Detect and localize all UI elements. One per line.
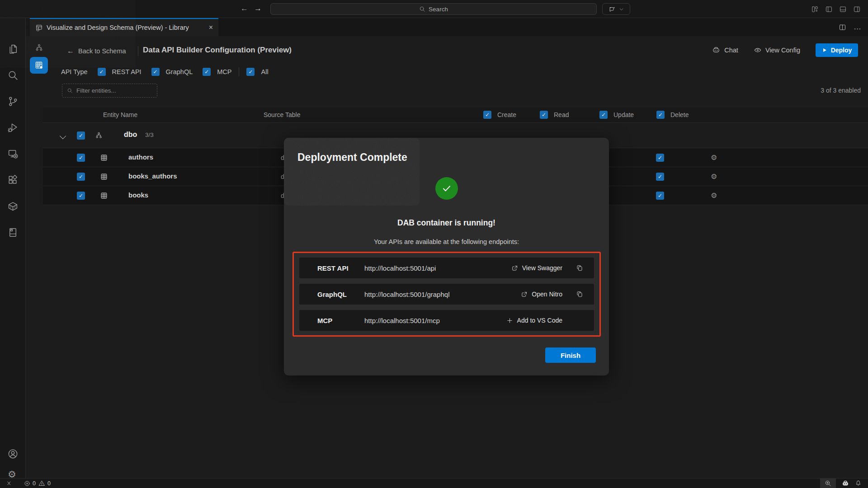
row-delete-checkbox[interactable] (656, 192, 664, 200)
nav-forward-icon[interactable]: → (254, 4, 262, 13)
filter-entities-input[interactable]: Filter entities... (62, 84, 157, 98)
entity-name-header: Entity Name (103, 111, 137, 118)
activity-bar: ⚙ (0, 18, 26, 478)
table-config-view-button[interactable] (30, 57, 48, 74)
copilot-status-icon[interactable] (841, 479, 849, 488)
nav-back-icon[interactable]: ← (241, 4, 248, 13)
remote-window-icon[interactable] (6, 480, 13, 487)
error-icon (24, 480, 30, 487)
copilot-chat-button[interactable] (602, 3, 630, 15)
notifications-bell-icon[interactable] (855, 480, 862, 487)
source-table-header: Source Table (264, 111, 300, 118)
source-control-icon[interactable] (7, 96, 19, 107)
chat-button[interactable]: Chat (712, 46, 738, 55)
problems-warnings[interactable]: 0 (38, 480, 51, 487)
entity-name: books_authors (128, 172, 177, 180)
success-check-icon (435, 177, 458, 200)
endpoint-row-graphql: GraphQL http://localhost:5001/graphql Op… (299, 284, 594, 305)
update-header: Update (613, 111, 634, 118)
database-projects-icon[interactable] (7, 227, 19, 238)
toggle-panel-icon[interactable] (838, 4, 848, 14)
update-all-checkbox[interactable] (599, 111, 608, 119)
rest-api-checkbox[interactable] (98, 68, 106, 76)
view-swagger-button[interactable]: View Swagger (511, 264, 562, 272)
read-header: Read (554, 111, 569, 118)
run-debug-icon[interactable] (7, 122, 19, 133)
more-actions-icon[interactable]: … (854, 23, 862, 32)
graphql-checkbox[interactable] (151, 68, 160, 76)
endpoints-highlight-box: REST API http://localhost:5001/api View … (292, 252, 601, 337)
extensions-icon[interactable] (7, 174, 19, 186)
container-tools-icon[interactable] (7, 201, 19, 212)
endpoint-label: MCP (317, 317, 359, 324)
external-link-icon (521, 291, 528, 298)
toggle-primary-sidebar-icon[interactable] (824, 4, 834, 14)
create-all-checkbox[interactable] (483, 111, 491, 119)
api-type-divider (239, 67, 239, 76)
create-header: Create (497, 111, 516, 118)
row-settings-gear-icon[interactable]: ⚙ (711, 153, 717, 162)
endpoint-row-mcp: MCP http://localhost:5001/mcp Add to VS … (299, 310, 594, 331)
group-checkbox[interactable] (77, 131, 85, 140)
warning-count: 0 (47, 480, 51, 487)
all-checkbox[interactable] (246, 68, 255, 76)
customize-layout-icon[interactable] (810, 4, 820, 14)
open-nitro-button[interactable]: Open Nitro (521, 291, 562, 298)
explorer-icon[interactable] (7, 43, 19, 55)
all-label: All (261, 68, 268, 75)
row-checkbox[interactable] (77, 192, 85, 200)
search-icon (419, 6, 425, 12)
view-config-label: View Config (765, 47, 800, 54)
zoom-status-button[interactable] (820, 479, 836, 488)
copy-icon[interactable] (576, 264, 583, 272)
collapse-chevron-icon[interactable] (60, 133, 66, 139)
search-view-icon[interactable] (7, 70, 19, 81)
group-count: 3/3 (145, 131, 154, 138)
view-config-button[interactable]: View Config (754, 46, 800, 54)
plus-icon (506, 317, 513, 324)
modal-texture (284, 138, 420, 206)
endpoint-action-label: Add to VS Code (517, 317, 562, 324)
deploy-button[interactable]: Deploy (816, 43, 858, 57)
back-arrow-icon: ← (67, 47, 74, 55)
add-to-vscode-button[interactable]: Add to VS Code (506, 317, 562, 324)
tab-close-icon[interactable]: × (209, 24, 213, 31)
finish-label: Finish (561, 352, 580, 359)
endpoint-row-rest: REST API http://localhost:5001/api View … (299, 258, 594, 278)
entity-name: authors (128, 153, 153, 161)
play-icon (822, 47, 827, 53)
delete-all-checkbox[interactable] (656, 111, 665, 119)
filter-placeholder: Filter entities... (76, 87, 116, 94)
mcp-label: MCP (217, 68, 231, 75)
enabled-summary: 3 of 3 enabled (821, 87, 861, 94)
copy-icon[interactable] (576, 291, 583, 298)
search-input[interactable]: Search (270, 3, 597, 15)
problems-errors[interactable]: 0 (24, 480, 36, 487)
endpoint-label: REST API (317, 264, 359, 272)
endpoint-url: http://localhost:5001/mcp (364, 317, 440, 324)
row-delete-checkbox[interactable] (656, 154, 664, 162)
table-header: Entity Name Source Table Create Read Upd… (43, 108, 868, 123)
account-icon[interactable] (7, 448, 19, 460)
tab-visualize-design-schema[interactable]: Visualize and Design Schema (Preview) - … (30, 18, 218, 36)
row-settings-gear-icon[interactable]: ⚙ (711, 172, 717, 181)
copilot-icon (712, 46, 721, 55)
back-to-schema-link[interactable]: ← Back to Schema (67, 47, 126, 55)
tab-title: Visualize and Design Schema (Preview) - … (47, 24, 189, 31)
toggle-secondary-sidebar-icon[interactable] (852, 4, 862, 14)
row-checkbox[interactable] (77, 173, 85, 181)
rest-api-label: REST API (112, 68, 142, 75)
schema-view-icon[interactable] (35, 43, 43, 52)
read-all-checkbox[interactable] (540, 111, 548, 119)
mcp-checkbox[interactable] (203, 68, 211, 76)
table-icon (100, 173, 108, 180)
row-delete-checkbox[interactable] (656, 173, 664, 181)
row-settings-gear-icon[interactable]: ⚙ (711, 191, 717, 200)
remote-explorer-icon[interactable] (7, 148, 19, 160)
split-editor-icon[interactable] (839, 23, 846, 31)
finish-button[interactable]: Finish (545, 347, 596, 363)
entity-name: books (128, 191, 148, 199)
row-checkbox[interactable] (77, 154, 85, 162)
page-title: Data API Builder Configuration (Preview) (143, 46, 292, 55)
group-name: dbo (124, 131, 137, 139)
